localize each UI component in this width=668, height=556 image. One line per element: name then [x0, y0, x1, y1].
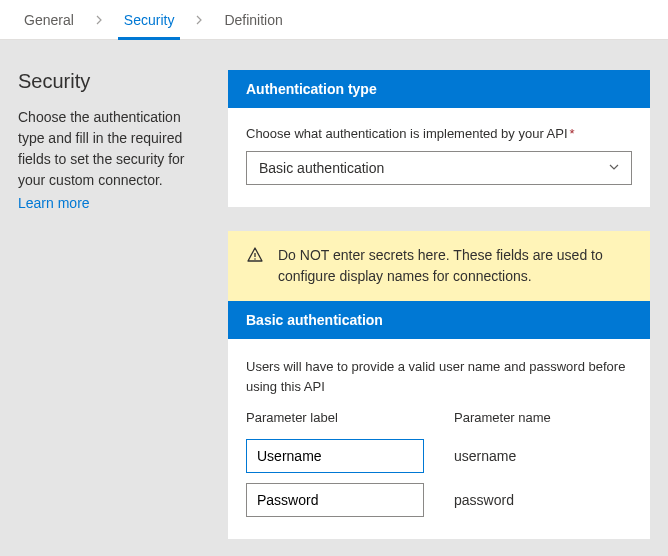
- auth-type-label: Choose what authentication is implemente…: [246, 126, 632, 141]
- form-area: Authentication type Choose what authenti…: [228, 70, 650, 536]
- chevron-right-icon: [194, 15, 204, 25]
- col-parameter-name: Parameter name: [454, 410, 632, 429]
- main-content: Security Choose the authentication type …: [0, 40, 668, 556]
- basic-auth-panel: Do NOT enter secrets here. These fields …: [228, 231, 650, 539]
- tab-security[interactable]: Security: [118, 0, 181, 40]
- basic-auth-desc: Users will have to provide a valid user …: [246, 357, 632, 396]
- password-label-input[interactable]: [246, 483, 424, 517]
- breadcrumb-tabs: General Security Definition: [0, 0, 668, 40]
- password-param-name: password: [454, 492, 632, 508]
- tab-definition[interactable]: Definition: [218, 0, 288, 40]
- tab-general[interactable]: General: [18, 0, 80, 40]
- col-parameter-label: Parameter label: [246, 410, 424, 429]
- learn-more-link[interactable]: Learn more: [18, 195, 90, 211]
- page-title: Security: [18, 70, 208, 93]
- auth-type-dropdown[interactable]: Basic authentication: [246, 151, 632, 185]
- warning-banner: Do NOT enter secrets here. These fields …: [228, 231, 650, 301]
- basic-auth-header: Basic authentication: [228, 301, 650, 339]
- auth-type-selected: Basic authentication: [259, 160, 384, 176]
- auth-type-panel: Authentication type Choose what authenti…: [228, 70, 650, 207]
- svg-point-1: [254, 258, 256, 260]
- sidebar: Security Choose the authentication type …: [18, 70, 228, 536]
- username-label-input[interactable]: [246, 439, 424, 473]
- auth-type-header: Authentication type: [228, 70, 650, 108]
- warning-text: Do NOT enter secrets here. These fields …: [278, 245, 632, 287]
- username-param-name: username: [454, 448, 632, 464]
- warning-icon: [246, 245, 264, 270]
- required-indicator: *: [570, 126, 575, 141]
- page-description: Choose the authentication type and fill …: [18, 107, 208, 191]
- chevron-right-icon: [94, 15, 104, 25]
- param-grid: Parameter label Parameter name username …: [246, 410, 632, 517]
- chevron-down-icon: [607, 160, 621, 177]
